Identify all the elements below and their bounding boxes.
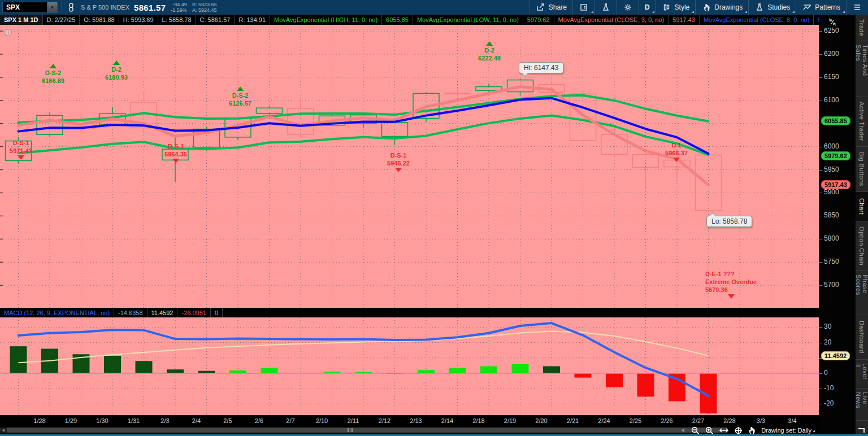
sidebar-tab-level-ii[interactable]: Level II [856, 360, 868, 389]
candle-2/14 [445, 88, 471, 97]
study-label: MovAvgExponential (HIGH, 11, 0, no) [270, 15, 382, 25]
zoom-out-icon[interactable] [691, 426, 700, 435]
drawings-button[interactable]: Drawings [695, 0, 748, 15]
sidebar-tab-big-buttons[interactable]: Big Buttons [856, 147, 868, 192]
chart-annotation: D-26222.48 [478, 41, 501, 62]
drawing-set-selector[interactable]: Drawing set: Daily [761, 427, 816, 434]
share-icon [536, 2, 546, 12]
annotation-text: 6166.89 [42, 77, 64, 85]
down-triangle-icon [728, 294, 735, 299]
candlestick-icon [662, 2, 672, 12]
sidebar-tab-chart[interactable]: Chart [856, 192, 868, 221]
dropdown-corner [692, 11, 694, 13]
price-chart-pane[interactable]: i D-S-26166.89D-26180.93D-S-26126.57D-26… [0, 25, 819, 308]
price-callout: Hi: 6147.43 [519, 62, 563, 73]
axis-tick-label: -10 [824, 384, 834, 392]
chart-menu-button[interactable] [846, 0, 868, 15]
down-triangle-icon [18, 155, 24, 160]
axis-tick-label: 5900 [824, 188, 839, 196]
macd-histogram-bar [606, 373, 623, 387]
horizontal-scrollbar[interactable] [0, 428, 727, 433]
symbol-input[interactable]: SPX [2, 2, 47, 13]
date-tick-label: 2/27 [686, 417, 711, 424]
sidebar-tab-active-trader[interactable]: Active Trader [856, 97, 868, 147]
macd-value: -14.6358 [114, 308, 147, 317]
patterns-button[interactable]: Patterns [796, 0, 846, 15]
sidebar-tab-phase-scores[interactable]: Phase Scores [856, 271, 868, 315]
quick-study-button[interactable] [594, 0, 617, 15]
axis-price-bubble: 6055.85 [821, 116, 850, 125]
macd-histogram-bar [167, 369, 184, 373]
chart-settings-button[interactable] [617, 0, 639, 15]
share-button[interactable]: Share [530, 0, 572, 15]
study-label: MovAvgExponential (CLOSE, 3, 0, no) [554, 15, 669, 25]
axis-tick-label: 0 [824, 369, 828, 377]
price-axis[interactable]: 6250620061506100605060005950590058505800… [819, 15, 856, 436]
sidebar-tab-label: Phase Scores [855, 274, 868, 311]
link-icon[interactable] [66, 2, 76, 12]
macd-line [19, 323, 709, 396]
study-value: 6055.85 [382, 15, 413, 25]
macd-histogram-bar [418, 370, 435, 373]
scrollbar-left-arrow[interactable] [0, 428, 7, 433]
sidebar-tab-option-chain[interactable]: Option Chain [856, 221, 868, 271]
chart-title: SPX 1 M 1D [0, 15, 43, 25]
macd-pane[interactable] [0, 317, 819, 415]
study-label: MovAvgExponential (LOW, 11, 0, no) [413, 15, 523, 25]
date-tick-label: 2/3 [153, 417, 177, 424]
sidebar-tab-label: Big Buttons [858, 152, 865, 186]
date-tick-label: 2/12 [372, 417, 397, 424]
bid-ask-stack: B: 5823.65 A: 5924.45 [192, 2, 217, 13]
up-triangle-icon [113, 60, 120, 65]
scrollbar-grip[interactable] [348, 428, 353, 432]
change-value: -94.49 [172, 2, 187, 7]
sidebar-tab-live-news[interactable]: Live News [856, 389, 868, 421]
axis-tick-label: 6200 [824, 50, 839, 58]
change-percent: -1.59% [171, 7, 187, 13]
axis-tick-label: -20 [824, 399, 834, 407]
ohlc-field: H: 5993.69 [119, 15, 158, 25]
macd-value: -26.0951 [177, 308, 210, 317]
divider [62, 2, 62, 12]
annotation-text: D-S-1 [10, 139, 32, 147]
calendar-note-icon [579, 2, 589, 12]
macd-histogram-bar [261, 368, 278, 373]
annotation-text: 5966.37 [665, 149, 688, 157]
panel-corner-icon[interactable] [858, 428, 865, 433]
collapse-panel-icon[interactable] [682, 428, 684, 433]
up-triangle-icon [50, 64, 57, 68]
date-tick-label: 2/14 [435, 417, 460, 424]
timeframe-button[interactable]: D [639, 0, 656, 15]
annotation-text: 5670.36 [705, 286, 757, 294]
candle-1/28 [37, 113, 63, 137]
sidebar-tab-times-and-sales[interactable]: Times And Sales [856, 41, 868, 97]
ask-value: A: 5924.45 [192, 7, 217, 13]
info-icon[interactable]: i [5, 29, 12, 36]
annotation-text: D-S-1 [387, 151, 410, 159]
date-tick-label: 1/29 [59, 417, 84, 424]
annotation-text: D-E-1 ??? [705, 270, 757, 278]
studies-button[interactable]: Studies [748, 0, 796, 15]
candle-2/27 [696, 150, 722, 212]
style-button[interactable]: Style [656, 0, 696, 15]
annotation-text: D-S-2 [229, 91, 251, 99]
axis-tick-label: 5800 [824, 234, 839, 242]
pan-target-icon[interactable] [734, 426, 743, 435]
economic-events-button[interactable] [572, 0, 594, 15]
ohlc-field: O: 5981.88 [80, 15, 119, 25]
zoom-in-icon[interactable] [705, 426, 714, 435]
symbol-dropdown-button[interactable]: ▼ [47, 2, 58, 13]
annotation-text: D-1 [665, 141, 688, 149]
sidebar-tab-dashboard[interactable]: Dashboard [856, 315, 868, 360]
change-stack: -94.49 -1.59% [171, 2, 187, 13]
sidebar-tab-label: Option Chain [858, 226, 865, 265]
horizontal-expand-icon[interactable] [719, 427, 728, 434]
hand-tool-icon[interactable] [748, 426, 756, 434]
date-tick-label: 2/7 [278, 417, 303, 424]
hand-icon [701, 2, 711, 12]
macd-histogram-bar [512, 364, 529, 373]
sidebar-tab-trade[interactable]: Trade [856, 15, 868, 41]
macd-histogram-bar [575, 373, 592, 378]
top-toolbar: SPX ▼ S & P 500 INDEX 5861.57 -94.49 -1.… [0, 0, 868, 15]
down-triangle-icon [172, 159, 179, 163]
